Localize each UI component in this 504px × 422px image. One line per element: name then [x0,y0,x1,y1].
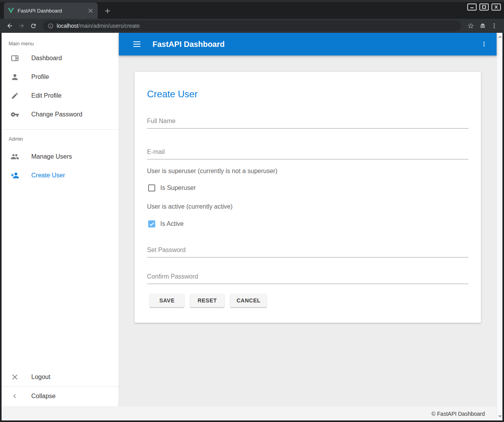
close-x-icon [10,372,20,382]
browser-menu-kebab-icon[interactable] [488,20,500,31]
browser-tab[interactable]: FastAPI Dashboard [4,2,98,19]
sidebar-section-admin: Admin [2,130,118,147]
is-active-checkbox-row[interactable]: Is Active [148,220,184,227]
checkbox-unchecked-icon[interactable] [148,184,155,191]
key-icon [10,110,20,119]
chevron-left-icon [10,392,20,401]
dashboard-icon [10,54,20,63]
form-actions: SAVE RESET CANCEL [150,294,273,307]
sidebar-item-profile[interactable]: Profile [2,68,118,86]
full-name-input[interactable] [147,116,468,129]
tab-close-icon[interactable] [87,7,94,14]
toolbar-right [465,20,500,31]
bookmark-star-icon[interactable] [465,20,477,31]
full-name-field-wrap [147,116,468,129]
window-controls [467,4,501,11]
maximize-button[interactable] [479,4,489,11]
sidebar-item-collapse[interactable]: Collapse [2,387,118,406]
superuser-hint: User is superuser (currently is not a su… [147,167,277,175]
people-icon [10,152,20,161]
sidebar-item-label: Create User [31,172,65,179]
active-hint: User is active (currently active) [147,203,233,210]
confirm-password-field-wrap [147,272,468,284]
main-content: Create User User is superuser (currently… [119,55,497,406]
site-info-icon[interactable] [48,23,54,29]
browser-toolbar: localhost/main/admin/users/create [0,19,504,33]
email-field-wrap [147,147,468,159]
url-bar[interactable]: localhost/main/admin/users/create [43,20,461,31]
sidebar-item-manage-users[interactable]: Manage Users [2,147,118,166]
appbar: FastAPI Dashboard [119,33,497,55]
sidebar-item-label: Dashboard [31,55,62,62]
browser-titlebar: FastAPI Dashboard [0,0,504,19]
pencil-icon [10,91,20,100]
confirm-password-input[interactable] [147,272,468,284]
vue-favicon-icon [8,8,14,13]
set-password-field-wrap [147,245,468,257]
url-host: localhost [57,23,78,29]
sidebar-item-label: Edit Profile [31,92,61,99]
tab-title: FastAPI Dashboard [14,8,87,14]
checkbox-label: Is Superuser [160,184,196,191]
scrollbar[interactable] [497,33,502,420]
footer: © FastAPI Dashboard [2,406,497,420]
sidebar-item-edit-profile[interactable]: Edit Profile [2,86,118,105]
browser-window: FastAPI Dashboard [0,0,504,422]
set-password-input[interactable] [147,245,468,257]
url-path: /main/admin/users/create [78,23,140,29]
sidebar-item-label: Profile [31,73,49,80]
hamburger-menu-icon[interactable] [133,41,141,47]
create-user-card: Create User User is superuser (currently… [135,72,481,323]
scroll-up-icon[interactable] [498,36,502,38]
url-text: localhost/main/admin/users/create [57,23,140,29]
back-icon[interactable] [4,20,16,31]
minimize-button[interactable] [467,4,477,11]
sidebar-item-create-user[interactable]: Create User [2,166,118,185]
new-tab-icon[interactable] [102,6,113,16]
checkbox-checked-icon[interactable] [148,220,155,227]
footer-copyright: © FastAPI Dashboard [432,411,485,417]
sidebar: Main menu Dashboard Profile [2,33,119,406]
scroll-down-icon[interactable] [498,415,502,418]
person-add-icon [10,171,20,180]
reload-icon[interactable] [27,20,39,31]
sidebar-item-label: Manage Users [31,153,72,160]
person-icon [10,72,20,82]
sidebar-item-change-password[interactable]: Change Password [2,105,118,124]
close-window-button[interactable] [491,4,501,11]
appbar-kebab-icon[interactable] [481,40,487,48]
page-title: Create User [147,88,197,100]
sidebar-item-label: Logout [31,374,50,381]
sidebar-item-label: Change Password [31,111,83,118]
is-superuser-checkbox-row[interactable]: Is Superuser [148,184,196,191]
reset-button[interactable]: RESET [190,294,224,307]
appbar-title: FastAPI Dashboard [152,40,481,49]
forward-icon[interactable] [16,20,27,31]
sidebar-item-dashboard[interactable]: Dashboard [2,49,118,68]
checkbox-label: Is Active [160,220,184,227]
sidebar-bottom: Logout Collapse [2,368,118,406]
page: Main menu Dashboard Profile [2,33,502,420]
sidebar-item-logout[interactable]: Logout [2,368,118,386]
incognito-icon [477,20,488,31]
sidebar-item-label: Collapse [31,393,56,400]
save-button[interactable]: SAVE [150,294,184,307]
cancel-button[interactable]: CANCEL [230,294,267,307]
email-input[interactable] [147,147,468,159]
sidebar-section-main-menu: Main menu [2,33,118,49]
